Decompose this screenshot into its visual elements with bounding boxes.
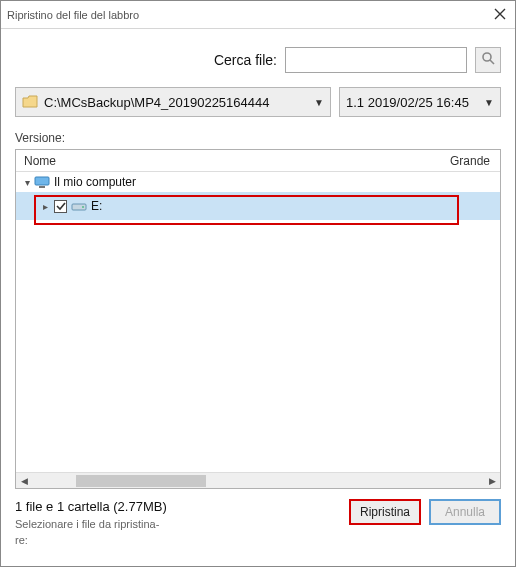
search-button[interactable] bbox=[475, 47, 501, 73]
scroll-right-icon[interactable]: ▶ bbox=[484, 473, 500, 489]
title-bar: Ripristino del file del labbro bbox=[1, 1, 515, 29]
horizontal-scrollbar[interactable]: ◀ ▶ bbox=[16, 472, 500, 488]
dialog-content: Cerca file: C:\MCsBackup\MP4_20190225164… bbox=[1, 29, 515, 560]
drive-checkbox[interactable] bbox=[54, 200, 67, 213]
close-button[interactable] bbox=[491, 6, 509, 24]
tree-node-root[interactable]: ▾ Il mio computer bbox=[16, 172, 500, 192]
search-label: Cerca file: bbox=[214, 52, 277, 68]
scroll-thumb[interactable] bbox=[76, 475, 206, 487]
status-left: 1 file e 1 cartella (2.77MB) Selezionare… bbox=[15, 499, 167, 546]
tree-header: Nome Grande bbox=[16, 150, 500, 172]
version-label: Versione: bbox=[15, 131, 501, 145]
hint-line-2: re: bbox=[15, 534, 167, 546]
version-dropdown[interactable]: 1.1 2019/02/25 16:45 ▼ bbox=[339, 87, 501, 117]
scroll-left-icon[interactable]: ◀ bbox=[16, 473, 32, 489]
search-icon bbox=[481, 51, 495, 69]
svg-point-5 bbox=[82, 206, 84, 208]
version-text: 1.1 2019/02/25 16:45 bbox=[346, 95, 480, 110]
tree-node-drive[interactable]: ▸ E: bbox=[16, 192, 500, 220]
computer-icon bbox=[34, 176, 50, 188]
button-row: Ripristina Annulla bbox=[349, 499, 501, 525]
tree-body: ▾ Il mio computer ▸ E: bbox=[16, 172, 500, 472]
svg-point-0 bbox=[483, 53, 491, 61]
svg-rect-2 bbox=[35, 177, 49, 185]
column-header-name[interactable]: Nome bbox=[16, 154, 450, 168]
path-row: C:\MCsBackup\MP4_20190225164444 ▼ 1.1 20… bbox=[15, 87, 501, 117]
column-header-size[interactable]: Grande bbox=[450, 154, 500, 168]
tree-node-label: E: bbox=[91, 199, 102, 213]
hint-line-1: Selezionare i file da ripristina- bbox=[15, 518, 167, 530]
tree-node-label: Il mio computer bbox=[54, 175, 136, 189]
folder-icon bbox=[22, 95, 38, 109]
cancel-button[interactable]: Annulla bbox=[429, 499, 501, 525]
backup-path-dropdown[interactable]: C:\MCsBackup\MP4_20190225164444 ▼ bbox=[15, 87, 331, 117]
search-row: Cerca file: bbox=[15, 47, 501, 73]
selection-summary: 1 file e 1 cartella (2.77MB) bbox=[15, 499, 167, 514]
status-row: 1 file e 1 cartella (2.77MB) Selezionare… bbox=[15, 499, 501, 546]
file-tree: Nome Grande ▾ Il mio computer ▸ E: bbox=[15, 149, 501, 489]
expand-icon[interactable]: ▸ bbox=[38, 201, 52, 212]
restore-button[interactable]: Ripristina bbox=[349, 499, 421, 525]
collapse-icon[interactable]: ▾ bbox=[20, 177, 34, 188]
svg-rect-3 bbox=[39, 186, 45, 188]
drive-icon bbox=[71, 201, 87, 211]
search-input[interactable] bbox=[285, 47, 467, 73]
backup-path-text: C:\MCsBackup\MP4_20190225164444 bbox=[44, 95, 310, 110]
window-title: Ripristino del file del labbro bbox=[7, 9, 139, 21]
close-icon bbox=[494, 7, 506, 23]
chevron-down-icon: ▼ bbox=[314, 97, 324, 108]
chevron-down-icon: ▼ bbox=[484, 97, 494, 108]
svg-line-1 bbox=[490, 60, 494, 64]
